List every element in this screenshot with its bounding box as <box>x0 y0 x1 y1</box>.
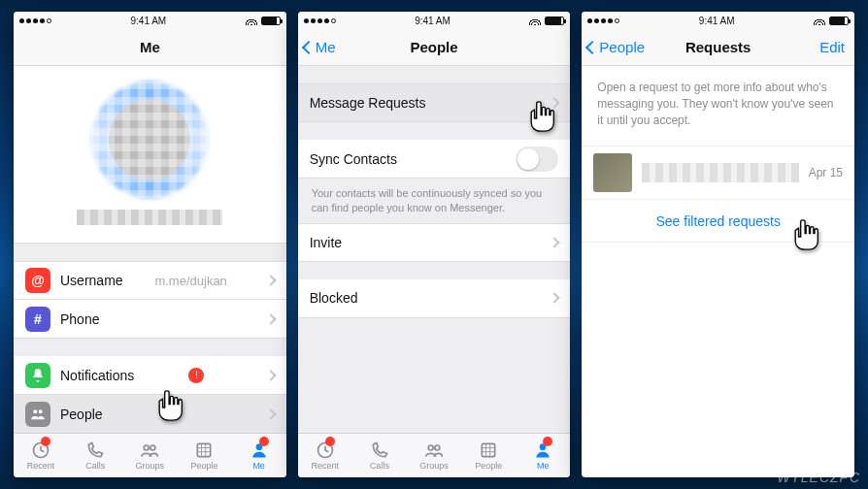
battery-icon <box>829 16 849 25</box>
tab-me[interactable]: Me <box>232 434 286 477</box>
tab-label: Me <box>252 461 265 471</box>
row-invite[interactable]: Invite <box>298 223 571 262</box>
chevron-right-icon <box>265 313 276 324</box>
screen-me: 9:41 AM Me @ Username m.me/dujkan # Phon… <box>14 12 286 477</box>
tab-label: Recent <box>27 461 55 471</box>
tab-groups[interactable]: Groups <box>122 434 177 477</box>
tab-people[interactable]: People <box>177 434 231 477</box>
row-label: Blocked <box>310 290 358 306</box>
username-value: m.me/dujkan <box>154 274 234 288</box>
badge-icon <box>259 437 269 446</box>
row-phone[interactable]: # Phone <box>14 300 286 339</box>
tab-people[interactable]: People <box>461 434 516 477</box>
sync-contacts-note: Your contacts will be continuously synce… <box>298 179 571 223</box>
screen-requests: 9:41 AM People Requests Edit Open a requ… <box>582 12 854 477</box>
svg-point-11 <box>428 445 433 450</box>
badge-icon <box>325 437 335 446</box>
back-button[interactable]: Me <box>304 39 336 55</box>
alert-badge: ! <box>188 368 204 383</box>
tab-label: Calls <box>85 461 105 471</box>
at-icon: @ <box>25 268 50 293</box>
chevron-right-icon <box>265 370 276 380</box>
svg-point-6 <box>145 445 150 450</box>
tab-recent[interactable]: Recent <box>14 434 68 477</box>
tab-calls[interactable]: Calls <box>352 434 407 477</box>
tab-bar: Recent Calls Groups People Me <box>298 433 571 477</box>
row-label: Invite <box>310 235 342 250</box>
svg-rect-13 <box>482 443 494 456</box>
tab-label: Groups <box>419 461 449 471</box>
screen-people: 9:41 AM Me People Message Requests Sync … <box>298 12 571 477</box>
status-bar: 9:41 AM <box>582 12 854 29</box>
status-time: 9:41 AM <box>130 16 166 26</box>
row-label: Sync Contacts <box>310 151 397 167</box>
chevron-right-icon <box>265 275 276 285</box>
nav-title: Requests <box>685 39 751 55</box>
request-date: Apr 15 <box>809 166 843 179</box>
nav-title: Me <box>140 39 160 55</box>
chevron-right-icon <box>265 408 276 419</box>
tab-label: Recent <box>311 461 339 471</box>
nav-bar: Me <box>14 29 286 66</box>
status-bar: 9:41 AM <box>298 12 571 29</box>
tab-label: People <box>190 461 217 471</box>
row-username[interactable]: @ Username m.me/dujkan <box>14 261 286 300</box>
back-label: Me <box>316 39 336 55</box>
row-message-requests[interactable]: Message Requests <box>298 83 571 122</box>
request-row[interactable]: Apr 15 <box>582 146 854 200</box>
nav-bar: People Requests Edit <box>582 29 854 66</box>
tab-groups[interactable]: Groups <box>407 434 461 477</box>
watermark: WYLECZPC <box>777 470 860 485</box>
people-icon <box>25 402 50 427</box>
chevron-left-icon <box>302 40 316 53</box>
toggle-switch[interactable] <box>516 147 558 172</box>
nav-bar: Me People <box>298 29 571 66</box>
tab-label: Calls <box>370 461 389 471</box>
wifi-icon <box>246 16 257 25</box>
svg-rect-8 <box>198 443 211 456</box>
chevron-right-icon <box>550 237 560 247</box>
svg-point-7 <box>150 445 155 450</box>
row-people[interactable]: People <box>14 395 286 433</box>
tab-bar: Recent Calls Groups People Me <box>14 433 286 477</box>
chevron-right-icon <box>550 293 560 304</box>
svg-point-12 <box>435 445 440 450</box>
nav-title: People <box>410 39 457 55</box>
see-filtered-requests-link[interactable]: See filtered requests <box>582 200 854 243</box>
row-blocked[interactable]: Blocked <box>298 279 571 318</box>
edit-button[interactable]: Edit <box>819 39 845 55</box>
row-label: People <box>60 407 103 422</box>
back-button[interactable]: People <box>587 39 645 55</box>
chevron-left-icon <box>585 40 599 53</box>
wifi-icon <box>814 16 825 25</box>
tab-calls[interactable]: Calls <box>68 434 122 477</box>
row-notifications[interactable]: Notifications ! <box>14 356 286 395</box>
battery-icon <box>545 16 564 25</box>
avatar[interactable] <box>91 82 208 198</box>
tab-me[interactable]: Me <box>516 434 570 477</box>
tab-recent[interactable]: Recent <box>298 434 352 477</box>
row-label: Username <box>60 273 123 288</box>
status-bar: 9:41 AM <box>14 12 286 29</box>
request-name-obscured <box>642 163 798 182</box>
profile-name-obscured <box>77 210 222 225</box>
requests-description: Open a request to get more info about wh… <box>582 66 854 146</box>
row-sync-contacts[interactable]: Sync Contacts <box>298 140 571 179</box>
tab-label: Groups <box>136 461 165 471</box>
row-label: Message Requests <box>310 95 426 111</box>
wifi-icon <box>529 16 541 25</box>
link-label: See filtered requests <box>655 213 780 229</box>
bell-icon <box>25 363 50 388</box>
phone-number-icon: # <box>25 307 50 332</box>
status-time: 9:41 AM <box>699 16 735 26</box>
profile-header[interactable] <box>14 66 286 244</box>
back-label: People <box>599 39 645 55</box>
status-time: 9:41 AM <box>415 16 451 26</box>
tab-label: People <box>475 461 502 471</box>
request-thumbnail <box>593 153 632 192</box>
row-label: Notifications <box>60 368 134 383</box>
chevron-right-icon <box>550 97 560 108</box>
battery-icon <box>261 16 281 25</box>
tab-label: Me <box>537 461 550 471</box>
row-label: Phone <box>60 311 99 327</box>
